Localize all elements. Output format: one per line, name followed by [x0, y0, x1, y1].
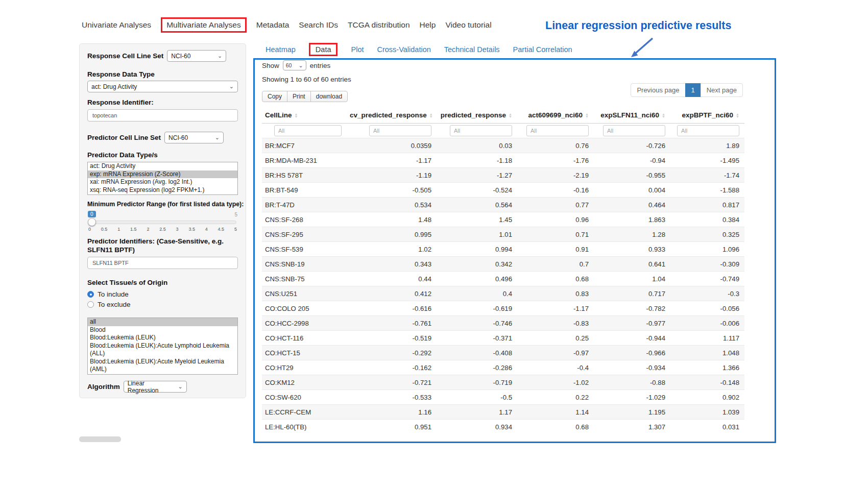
table-cell: LE:CCRF-CEM — [262, 405, 347, 420]
nav-item-tcga-distribution[interactable]: TCGA distribution — [348, 20, 409, 30]
radio-label: To exclude — [98, 301, 131, 308]
table-cell: 0.464 — [594, 198, 670, 212]
tab-technical-details[interactable]: Technical Details — [444, 45, 500, 54]
slider-handle[interactable] — [88, 218, 96, 226]
slider-labels: 0 5 — [88, 211, 237, 217]
filter-input-cellline[interactable] — [274, 125, 342, 136]
table-cell: -1.029 — [594, 390, 670, 405]
radio-to-exclude[interactable]: To exclude — [87, 300, 238, 308]
slider-tick-label: 2.5 — [159, 227, 166, 232]
table-cell: 1.01 — [437, 227, 517, 242]
predictor-identifiers-input[interactable] — [87, 257, 238, 269]
filter-cell — [262, 124, 347, 138]
response-identifier-label: Response Identifier: — [87, 98, 238, 107]
toolbar-print-button[interactable]: Print — [287, 91, 311, 102]
previous-page-button[interactable]: Previous page — [631, 83, 685, 97]
table-cell: 0.77 — [517, 198, 594, 212]
table-row: CNS:SF-2681.481.450.961.8630.384 — [262, 212, 744, 227]
table-row: CO:COLO 205-0.616-0.619-1.17-0.782-0.056 — [262, 301, 744, 316]
table-cell: LE:HL-60(TB) — [262, 420, 347, 434]
table-cell: -0.749 — [670, 272, 744, 286]
column-header-cv-predicted-response[interactable]: cv_predicted_response▲▼ — [347, 107, 437, 124]
table-cell: -1.27 — [437, 168, 517, 183]
page-1-button[interactable]: 1 — [685, 83, 701, 97]
listbox-option[interactable]: Blood:Leukemia (LEUK):Acute Lymphoid Leu… — [88, 342, 237, 358]
min-predictor-range-slider[interactable]: 0 5 00.511.522.533.544.55 — [87, 211, 238, 232]
predictor-cell-line-set-select[interactable]: NCI-60 ⌄ — [164, 132, 224, 143]
tab-cross-validation[interactable]: Cross-Validation — [377, 45, 430, 54]
slider-tick-label: 2 — [147, 227, 149, 232]
column-header-act609699-nci60[interactable]: act609699_nci60▲▼ — [517, 107, 594, 124]
table-row: BR:T-47D0.5340.5640.770.4640.817 — [262, 198, 744, 212]
listbox-option[interactable]: xsq: RNA-seq Expression (log2 FPKM+1.) — [88, 186, 237, 194]
table-cell: -0.83 — [517, 316, 594, 331]
table-body: BR:MCF70.03590.030.76-0.7261.89BR:MDA-MB… — [262, 138, 744, 434]
column-header-predicted-response[interactable]: predicted_response▲▼ — [437, 107, 517, 124]
listbox-option[interactable]: act: Drug Activity — [88, 162, 237, 170]
next-page-button[interactable]: Next page — [701, 83, 743, 97]
filter-input-predicted-response[interactable] — [450, 125, 512, 136]
tab-plot[interactable]: Plot — [351, 45, 364, 54]
table-cell: CO:HCT-116 — [262, 331, 347, 346]
nav-item-multivariate-analyses[interactable]: Multivariate Analyses — [161, 17, 247, 33]
table-cell: 0.902 — [670, 390, 744, 405]
response-cell-line-set-select[interactable]: NCI-60 ⌄ — [167, 50, 226, 62]
filter-input-act609699-nci60[interactable] — [526, 125, 589, 136]
response-cell-line-set-value: NCI-60 — [171, 53, 190, 60]
table-cell: -0.309 — [670, 257, 744, 272]
algorithm-select[interactable]: Linear Regression ⌄ — [124, 381, 187, 393]
sort-icon[interactable]: ▲▼ — [509, 113, 512, 118]
table-cell: 1.039 — [670, 405, 744, 420]
listbox-option[interactable]: Blood:Leukemia (LEUK):Chronic Myelogenou… — [88, 374, 237, 375]
column-header-cellline[interactable]: CellLine▲▼ — [262, 107, 347, 124]
show-entries-value: 60 — [286, 62, 292, 68]
sort-icon[interactable]: ▲▼ — [736, 113, 739, 118]
table-cell: CO:HCC-2998 — [262, 316, 347, 331]
listbox-option[interactable]: all — [88, 318, 237, 326]
table-cell: -0.3 — [670, 286, 744, 301]
tab-heatmap[interactable]: Heatmap — [266, 45, 296, 54]
radio-to-include[interactable]: To include — [87, 290, 238, 298]
slider-tick-label: 3.5 — [188, 227, 195, 232]
filter-input-expslfn11-nci60[interactable] — [603, 125, 665, 136]
nav-item-search-ids[interactable]: Search IDs — [299, 20, 338, 30]
listbox-option[interactable]: xai: mRNA Expression (Avg. log2 Int.) — [88, 178, 237, 186]
listbox-option[interactable]: Blood — [88, 326, 237, 334]
table-cell: -0.94 — [594, 153, 670, 168]
table-cell: BR:MDA-MB-231 — [262, 153, 347, 168]
table-cell: 1.02 — [347, 242, 437, 257]
entries-label: entries — [310, 62, 331, 69]
filter-input-cv-predicted-response[interactable] — [369, 125, 431, 136]
predictor-data-type-listbox: act: Drug Activityexp: mRNA Expression (… — [87, 162, 238, 195]
filter-cell — [437, 124, 517, 138]
listbox-option[interactable]: Blood:Leukemia (LEUK):Acute Myeloid Leuk… — [88, 358, 237, 374]
toolbar-download-button[interactable]: download — [310, 91, 348, 102]
top-nav: Univariate AnalysesMultivariate Analyses… — [82, 17, 492, 33]
nav-item-metadata[interactable]: Metadata — [256, 20, 290, 30]
table-cell: CNS:SF-268 — [262, 212, 347, 227]
table-cell: -0.944 — [594, 331, 670, 346]
sort-icon[interactable]: ▲▼ — [585, 113, 589, 118]
table-row: CNS:SNB-750.440.4960.681.04-0.749 — [262, 272, 744, 286]
sort-icon[interactable]: ▲▼ — [295, 113, 298, 118]
toolbar-copy-button[interactable]: Copy — [262, 91, 287, 102]
listbox-option[interactable]: exp: mRNA Expression (Z-Score) — [88, 170, 237, 179]
table-cell: -1.02 — [517, 375, 594, 390]
show-entries-select[interactable]: 60 ⌄ — [283, 60, 306, 70]
sort-icon[interactable]: ▲▼ — [662, 113, 665, 118]
sort-icon[interactable]: ▲▼ — [429, 113, 433, 118]
slider-track[interactable] — [89, 221, 236, 224]
listbox-option[interactable]: Blood:Leukemia (LEUK) — [88, 334, 237, 342]
tab-partial-correlation[interactable]: Partial Correlation — [513, 45, 572, 54]
response-data-type-select[interactable]: act: Drug Activity ⌄ — [87, 81, 238, 92]
table-row: CNS:SF-5391.020.9940.910.9331.096 — [262, 242, 744, 257]
nav-item-univariate-analyses[interactable]: Univariate Analyses — [82, 20, 151, 30]
column-header-expbptf-nci60[interactable]: expBPTF_nci60▲▼ — [670, 107, 744, 124]
nav-item-help[interactable]: Help — [420, 20, 436, 30]
column-header-expslfn11-nci60[interactable]: expSLFN11_nci60▲▼ — [594, 107, 670, 124]
nav-item-video-tutorial[interactable]: Video tutorial — [445, 20, 491, 30]
response-identifier-input[interactable] — [87, 109, 238, 121]
filter-input-expbptf-nci60[interactable] — [677, 125, 739, 136]
tab-data[interactable]: Data — [309, 43, 338, 56]
table-cell: 1.195 — [594, 405, 670, 420]
